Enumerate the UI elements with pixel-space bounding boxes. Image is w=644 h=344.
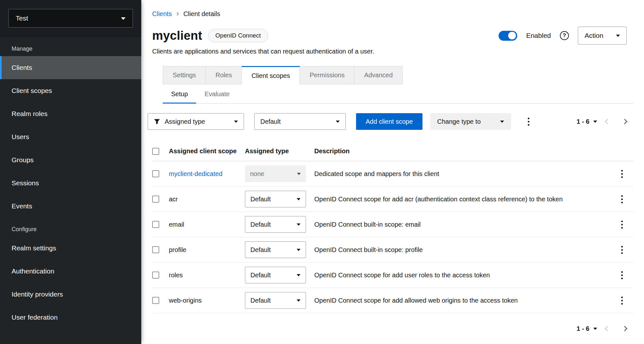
column-header-assigned-type: Assigned type [245, 147, 314, 155]
sidebar-item-client-scopes[interactable]: Client scopes [0, 79, 141, 102]
pagination-next-button[interactable] [618, 322, 632, 336]
chevron-down-icon [297, 223, 300, 228]
row-kebab-menu-button[interactable] [618, 167, 626, 180]
kebab-icon [621, 278, 623, 279]
select-all-checkbox[interactable] [152, 148, 159, 155]
column-header-assigned-client-scope: Assigned client scope [169, 147, 245, 155]
kebab-menu-button[interactable] [525, 115, 533, 128]
assigned-type-select[interactable]: Default [245, 267, 306, 283]
row-checkbox[interactable] [152, 221, 159, 228]
assigned-type-select[interactable]: Default [245, 216, 306, 233]
add-client-scope-button[interactable]: Add client scope [356, 113, 422, 130]
toggle-knob [508, 32, 516, 39]
pagination-range-toggle[interactable]: 1 - 6 [577, 325, 597, 332]
chevron-down-icon [297, 249, 300, 253]
assigned-type-select[interactable]: Default [245, 241, 306, 258]
help-icon[interactable]: ? [560, 31, 569, 40]
kebab-icon [528, 118, 529, 119]
breadcrumb-current: Client details [183, 10, 220, 18]
subtab-evaluate[interactable]: Evaluate [196, 84, 238, 104]
kebab-icon [621, 274, 623, 276]
nav-list-configure: Realm settings Authentication Identity p… [0, 237, 141, 329]
sidebar-item-events[interactable]: Events [0, 195, 141, 218]
tab-roles[interactable]: Roles [206, 66, 242, 84]
sidebar-item-label: Clients [12, 64, 32, 71]
kebab-icon [621, 176, 623, 178]
scope-name: web-origins [169, 297, 245, 304]
kebab-icon [621, 195, 623, 197]
scope-name-link[interactable]: myclient-dedicated [169, 170, 245, 178]
sidebar-item-label: Realm settings [12, 244, 56, 252]
sidebar-item-label: User federation [12, 314, 58, 321]
row-kebab-menu-button[interactable] [618, 269, 626, 282]
chevron-down-icon [234, 121, 238, 125]
enabled-toggle[interactable] [499, 31, 517, 41]
assigned-type-select: none [245, 165, 306, 182]
pagination-prev-button[interactable] [600, 322, 614, 336]
sidebar-item-clients[interactable]: Clients [0, 56, 141, 79]
breadcrumb: Clients › Client details [152, 10, 633, 18]
sidebar-item-users[interactable]: Users [0, 125, 141, 148]
sidebar-item-label: Identity providers [12, 290, 63, 298]
kebab-icon [621, 300, 623, 301]
sidebar-nav: Manage Clients Client scopes Realm roles… [0, 37, 141, 329]
kebab-icon [528, 124, 529, 126]
pagination-prev-button[interactable] [600, 114, 614, 129]
kebab-icon [621, 297, 623, 298]
realm-selector[interactable]: Test [8, 9, 133, 28]
row-kebab-menu-button[interactable] [618, 243, 626, 256]
sidebar-item-authentication[interactable]: Authentication [0, 260, 141, 283]
scope-name: acr [169, 196, 245, 203]
action-dropdown-button[interactable]: Action [578, 27, 627, 45]
chevron-left-icon [605, 326, 610, 331]
change-type-label: Change type to [437, 118, 481, 125]
tab-settings[interactable]: Settings [163, 66, 206, 84]
scope-name: email [169, 221, 245, 228]
assigned-type-select[interactable]: Default [245, 191, 306, 207]
type-value-select[interactable]: Default [254, 113, 346, 130]
nav-section-configure: Configure [0, 218, 141, 237]
kebab-icon [621, 221, 623, 222]
row-kebab-menu-button[interactable] [618, 218, 626, 231]
kebab-icon [621, 271, 623, 273]
row-checkbox[interactable] [152, 272, 159, 279]
protocol-badge: OpenID Connect [208, 29, 268, 42]
sidebar-item-sessions[interactable]: Sessions [0, 172, 141, 195]
column-header-description: Description [314, 147, 611, 155]
breadcrumb-clients-link[interactable]: Clients [152, 10, 172, 18]
assigned-type-filter-select[interactable]: Assigned type [148, 113, 244, 130]
row-checkbox[interactable] [152, 246, 159, 253]
kebab-icon [621, 227, 623, 229]
table-row: email Default OpenID Connect built-in sc… [152, 212, 633, 237]
sidebar-item-label: Sessions [12, 179, 39, 187]
tab-permissions[interactable]: Permissions [300, 66, 354, 84]
scope-description: OpenID Connect scope for add allowed web… [314, 297, 611, 304]
row-checkbox[interactable] [152, 196, 159, 203]
sidebar-item-user-federation[interactable]: User federation [0, 306, 141, 329]
subtab-setup[interactable]: Setup [163, 84, 196, 104]
row-checkbox[interactable] [152, 170, 159, 177]
filter-icon [154, 118, 160, 125]
table-row: profile Default OpenID Connect built-in … [152, 237, 633, 263]
assigned-type-select[interactable]: Default [245, 292, 306, 309]
tab-client-scopes[interactable]: Client scopes [242, 66, 300, 84]
header-controls: Enabled ? Action [499, 27, 627, 45]
tab-advanced[interactable]: Advanced [354, 66, 403, 84]
row-kebab-menu-button[interactable] [618, 294, 626, 307]
sidebar-item-realm-settings[interactable]: Realm settings [0, 237, 141, 260]
pagination-next-button[interactable] [618, 114, 632, 129]
sidebar-item-realm-roles[interactable]: Realm roles [0, 102, 141, 125]
assigned-type-value: Default [250, 272, 271, 279]
pagination-range-toggle[interactable]: 1 - 6 [577, 118, 597, 125]
action-label: Action [585, 32, 603, 39]
kebab-icon [621, 252, 623, 254]
kebab-icon [621, 224, 623, 225]
row-kebab-menu-button[interactable] [618, 193, 626, 206]
row-checkbox[interactable] [152, 297, 159, 304]
sidebar-item-groups[interactable]: Groups [0, 148, 141, 172]
change-type-to-button[interactable]: Change type to [430, 113, 511, 130]
page-header: myclient OpenID Connect Enabled ? Action [152, 27, 633, 45]
sidebar-item-identity-providers[interactable]: Identity providers [0, 283, 141, 306]
table-toolbar: Assigned type Default Add client scope C… [148, 113, 633, 130]
scope-description: OpenID Connect built-in scope: email [314, 221, 611, 228]
